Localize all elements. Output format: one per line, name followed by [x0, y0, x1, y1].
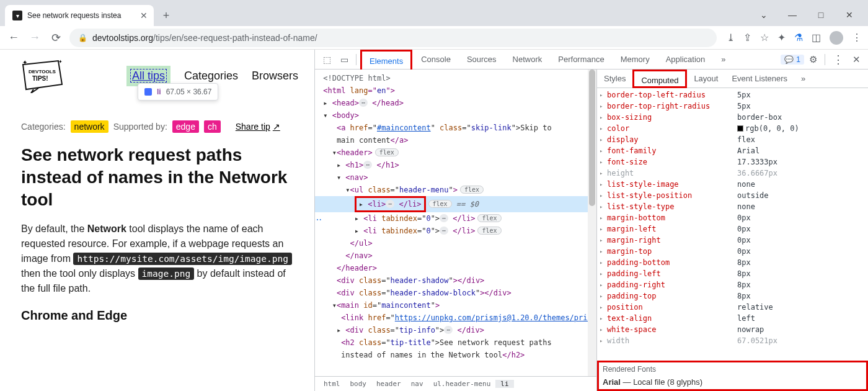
- chrome-menu-icon[interactable]: ⋮: [852, 32, 862, 43]
- page-title: See network request paths instead of nam…: [21, 144, 298, 210]
- share-icon[interactable]: ⇪: [743, 32, 751, 43]
- computed-row[interactable]: ▸padding-top8px: [597, 290, 868, 302]
- computed-row[interactable]: ▸width67.0521px: [597, 335, 868, 346]
- computed-row[interactable]: ▸font-size17.3333px: [597, 156, 868, 168]
- svg-text:TIPS!: TIPS!: [32, 75, 48, 82]
- scrollbar[interactable]: [588, 70, 596, 376]
- tab-sources[interactable]: Sources: [459, 50, 504, 70]
- share-tip-link[interactable]: Share tip ↗: [236, 122, 280, 132]
- section-heading: Chrome and Edge: [21, 308, 298, 323]
- nav-categories[interactable]: Categories: [184, 70, 238, 83]
- external-link-icon: ↗: [273, 122, 280, 132]
- devtools-toolbar: ⬚ ▭ Elements Console Sources Network Per…: [315, 50, 868, 70]
- maximize-button[interactable]: □: [812, 10, 830, 20]
- computed-row[interactable]: ▸box-sizingborder-box: [597, 112, 868, 123]
- settings-icon[interactable]: ⚙: [809, 54, 817, 65]
- paragraph-1: By default, the Network tool displays th…: [21, 222, 298, 296]
- svg-text:✦: ✦: [58, 59, 63, 65]
- tab-performance[interactable]: Performance: [551, 50, 611, 70]
- styles-pane: Styles Computed Layout Event Listeners »…: [597, 70, 868, 391]
- category-badge[interactable]: network: [71, 120, 108, 133]
- issues-badge[interactable]: 💬 1: [781, 55, 804, 65]
- devtools: ⬚ ▭ Elements Console Sources Network Per…: [315, 50, 868, 391]
- extensions-icon[interactable]: ✦: [777, 32, 786, 43]
- browser-badge-chrome[interactable]: ch: [204, 120, 221, 133]
- computed-row[interactable]: ▸margin-left0px: [597, 223, 868, 235]
- toolbar-actions: ⤓ ⇪ ☆ ✦ ⚗ ◫ ⋮: [723, 31, 862, 45]
- computed-row[interactable]: ▸border-top-left-radius5px: [597, 89, 868, 101]
- sidepanel-icon[interactable]: ◫: [812, 32, 821, 43]
- computed-row[interactable]: ▸margin-right0px: [597, 235, 868, 246]
- titlebar: ▾ See network requests instea ✕ + ⌄ — □ …: [0, 0, 868, 26]
- computed-properties[interactable]: ▸border-top-left-radius5px▸border-top-ri…: [597, 88, 868, 362]
- tooltip-dims: 67.05 × 36.67: [166, 88, 212, 96]
- tab-event-listeners[interactable]: Event Listeners: [725, 70, 794, 88]
- tab-styles[interactable]: Styles: [597, 70, 632, 88]
- window-controls: ⌄ — □ ✕: [755, 10, 868, 26]
- computed-row[interactable]: ▸positionrelative: [597, 302, 868, 313]
- labs-icon[interactable]: ⚗: [794, 32, 803, 43]
- crumb-li[interactable]: li: [495, 380, 513, 388]
- svg-text:✦: ✦: [22, 59, 27, 66]
- categories-row: Categories: network Supported by: edge c…: [21, 120, 298, 133]
- nav-browsers[interactable]: Browsers: [252, 70, 298, 83]
- computed-row[interactable]: ▸list-style-positionoutside: [597, 190, 868, 201]
- computed-row[interactable]: ▸margin-bottom0px: [597, 212, 868, 223]
- reload-button[interactable]: ⟳: [48, 31, 63, 45]
- computed-row[interactable]: ▸list-style-imagenone: [597, 179, 868, 190]
- tabs-more-icon[interactable]: »: [714, 50, 733, 70]
- back-button[interactable]: ←: [6, 31, 21, 44]
- crumb-body[interactable]: body: [345, 380, 372, 388]
- svg-text:DEVTOOLS: DEVTOOLS: [29, 69, 56, 74]
- inspect-tooltip: li 67.05 × 36.67: [138, 83, 218, 101]
- profile-icon[interactable]: [830, 31, 843, 45]
- lock-icon[interactable]: 🔒: [78, 34, 87, 42]
- tab-memory[interactable]: Memory: [613, 50, 657, 70]
- tab-console[interactable]: Console: [414, 50, 458, 70]
- install-icon[interactable]: ⤓: [727, 32, 735, 43]
- inspect-element-icon[interactable]: ⬚: [319, 55, 335, 65]
- computed-row[interactable]: ▸text-alignleft: [597, 313, 868, 324]
- devtools-menu-icon[interactable]: ⋮: [833, 53, 844, 66]
- computed-row[interactable]: ▸displayflex: [597, 134, 868, 145]
- supported-label: Supported by:: [113, 122, 167, 132]
- computed-row[interactable]: ▸list-style-typenone: [597, 201, 868, 212]
- crumb-nav[interactable]: nav: [406, 380, 428, 388]
- crumb-html[interactable]: html: [319, 380, 345, 388]
- rendered-fonts-section: Rendered Fonts Arial — Local file (8 gly…: [597, 361, 868, 391]
- tab-layout[interactable]: Layout: [687, 70, 725, 88]
- tab-elements[interactable]: Elements: [360, 50, 412, 70]
- computed-row[interactable]: ▸height36.6667px: [597, 168, 868, 179]
- styles-tabs-more-icon[interactable]: »: [794, 70, 812, 88]
- tab-computed[interactable]: Computed: [632, 70, 687, 88]
- computed-row[interactable]: ▸padding-left8px: [597, 268, 868, 279]
- computed-row[interactable]: ▸border-top-right-radius5px: [597, 101, 868, 112]
- computed-row[interactable]: ▸margin-top0px: [597, 246, 868, 257]
- minimize-button[interactable]: —: [784, 10, 801, 20]
- dom-tree[interactable]: <!DOCTYPE html> <html lang="en"> ▸ <head…: [315, 70, 596, 376]
- computed-row[interactable]: ▸white-spacenowrap: [597, 324, 868, 335]
- new-tab-button[interactable]: +: [157, 7, 175, 24]
- device-toolbar-icon[interactable]: ▭: [336, 55, 352, 65]
- tab-network[interactable]: Network: [505, 50, 550, 70]
- computed-row[interactable]: ▸padding-right8px: [597, 279, 868, 290]
- devtools-close-icon[interactable]: ✕: [849, 54, 864, 65]
- computed-row[interactable]: ▸colorrgb(0, 0, 0): [597, 123, 868, 134]
- browser-badge-edge[interactable]: edge: [172, 120, 199, 133]
- breadcrumb: html body header nav ul.header-menu li: [315, 376, 596, 391]
- selection-indicator-icon: ⋯: [315, 215, 322, 225]
- tab-close-icon[interactable]: ✕: [140, 11, 148, 20]
- computed-row[interactable]: ▸font-familyArial: [597, 145, 868, 156]
- computed-row[interactable]: ▸padding-bottom8px: [597, 257, 868, 268]
- bookmark-icon[interactable]: ☆: [760, 32, 769, 43]
- tooltip-tag: li: [157, 88, 161, 96]
- close-window-button[interactable]: ✕: [841, 10, 858, 20]
- omnibox[interactable]: 🔒 devtoolstips.org/tips/en/see-request-p…: [69, 29, 717, 47]
- chevron-down-icon[interactable]: ⌄: [755, 10, 773, 20]
- browser-tab[interactable]: ▾ See network requests instea ✕: [5, 5, 154, 26]
- crumb-header[interactable]: header: [371, 380, 406, 388]
- crumb-ul[interactable]: ul.header-menu: [428, 380, 496, 388]
- tab-application[interactable]: Application: [658, 50, 713, 70]
- webpage-content: DEVTOOLSTIPS!✦✦ All tips Categories Brow…: [0, 50, 315, 391]
- site-logo[interactable]: DEVTOOLSTIPS!✦✦: [21, 58, 64, 93]
